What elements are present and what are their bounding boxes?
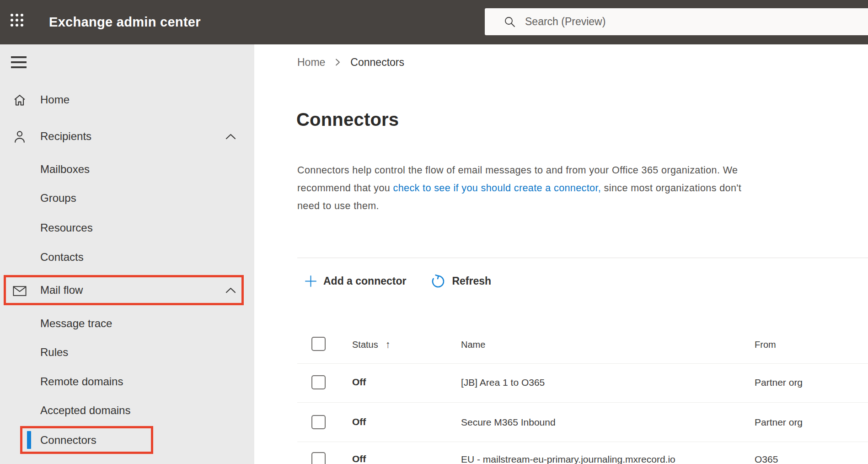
sidebar-item-resources[interactable]: Resources xyxy=(0,216,254,240)
exchange-admin-center: Exchange admin center Home Reci xyxy=(0,0,868,464)
cell-name[interactable]: Secure M365 Inbound xyxy=(461,417,556,428)
column-header-status[interactable]: Status↑ xyxy=(352,339,391,351)
cell-status: Off xyxy=(352,416,366,427)
breadcrumb-current: Connectors xyxy=(350,56,404,69)
breadcrumb-home-link[interactable]: Home xyxy=(297,56,325,69)
add-connector-button[interactable]: Add a connector xyxy=(305,275,406,287)
app-title: Exchange admin center xyxy=(49,0,201,44)
sidebar-item-accepted-domains[interactable]: Accepted domains xyxy=(0,399,254,422)
sidebar-item-message-trace[interactable]: Message trace xyxy=(0,312,254,335)
main-content: Home Connectors Connectors Connectors he… xyxy=(254,44,868,464)
home-icon xyxy=(13,93,27,106)
page-title: Connectors xyxy=(296,109,399,130)
sidebar-item-rules[interactable]: Rules xyxy=(0,340,254,364)
search-box[interactable] xyxy=(485,8,868,35)
sidebar-item-mail-flow[interactable]: Mail flow xyxy=(0,278,254,302)
cell-status: Off xyxy=(352,453,366,464)
page-description: Connectors help control the flow of emai… xyxy=(297,162,864,215)
sidebar-nav: Home Recipients Mailboxes Groups Resourc… xyxy=(0,44,254,464)
sidebar-item-mailboxes[interactable]: Mailboxes xyxy=(0,157,254,181)
sidebar-item-connectors[interactable]: Connectors xyxy=(0,428,254,452)
envelope-icon xyxy=(13,285,27,297)
sidebar-item-remote-domains[interactable]: Remote domains xyxy=(0,370,254,394)
row-checkbox[interactable] xyxy=(311,415,326,429)
top-bar: Exchange admin center xyxy=(0,0,868,44)
column-header-name[interactable]: Name xyxy=(461,340,485,350)
refresh-icon xyxy=(430,274,445,289)
row-checkbox[interactable] xyxy=(311,452,326,464)
chevron-up-icon[interactable] xyxy=(225,287,236,293)
refresh-button[interactable]: Refresh xyxy=(430,274,491,289)
toolbar-divider xyxy=(297,258,868,258)
cell-name[interactable]: [JB] Area 1 to O365 xyxy=(461,377,545,388)
sidebar-item-home[interactable]: Home xyxy=(0,88,254,112)
toolbar: Add a connector Refresh xyxy=(305,271,491,291)
create-connector-check-link[interactable]: check to see if you should create a conn… xyxy=(393,183,601,194)
sort-ascending-icon: ↑ xyxy=(386,339,391,350)
breadcrumb: Home Connectors xyxy=(297,55,404,70)
search-icon xyxy=(504,16,516,28)
select-all-checkbox[interactable] xyxy=(311,337,326,351)
selected-item-indicator xyxy=(27,431,31,449)
search-input[interactable] xyxy=(525,16,799,28)
cell-from: Partner org xyxy=(755,417,803,428)
hamburger-menu-icon[interactable] xyxy=(11,56,27,70)
row-checkbox[interactable] xyxy=(311,375,326,389)
row-divider xyxy=(297,442,868,442)
cell-status: Off xyxy=(352,377,366,388)
column-header-from[interactable]: From xyxy=(755,340,776,350)
cell-name[interactable]: EU - mailstream-eu-primary.journaling.mx… xyxy=(461,454,675,464)
cell-from: Partner org xyxy=(755,377,803,388)
row-divider xyxy=(297,402,868,403)
chevron-right-icon xyxy=(335,58,341,67)
plus-icon xyxy=(305,275,317,287)
app-launcher-icon[interactable] xyxy=(10,12,26,29)
sidebar-item-recipients[interactable]: Recipients xyxy=(0,124,254,148)
cell-from: O365 xyxy=(755,454,778,464)
row-divider xyxy=(297,363,868,364)
sidebar-item-contacts[interactable]: Contacts xyxy=(0,245,254,269)
person-icon xyxy=(13,130,27,143)
chevron-up-icon[interactable] xyxy=(225,134,236,140)
sidebar-item-groups[interactable]: Groups xyxy=(0,186,254,210)
